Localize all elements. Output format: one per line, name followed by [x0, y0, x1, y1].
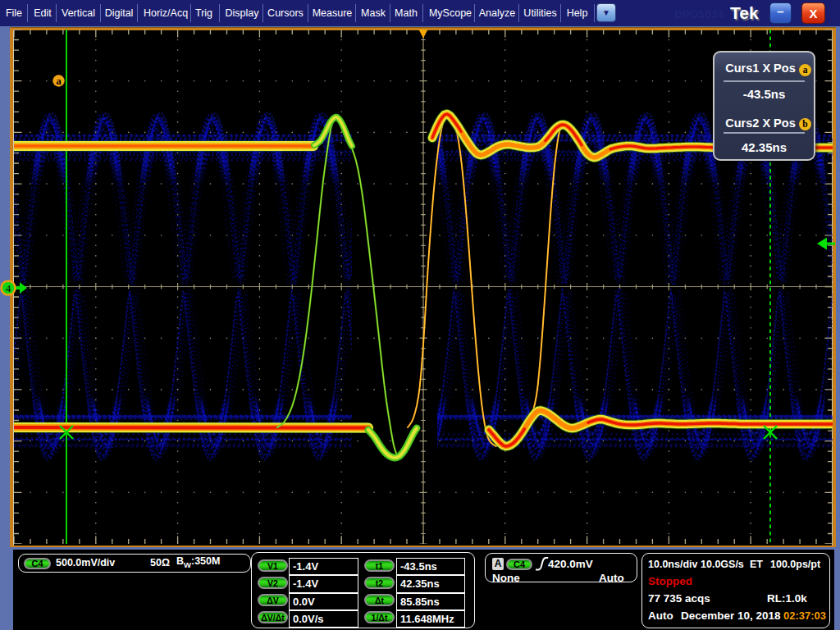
svg-text:4: 4	[6, 282, 11, 294]
svg-text:a: a	[56, 75, 62, 87]
